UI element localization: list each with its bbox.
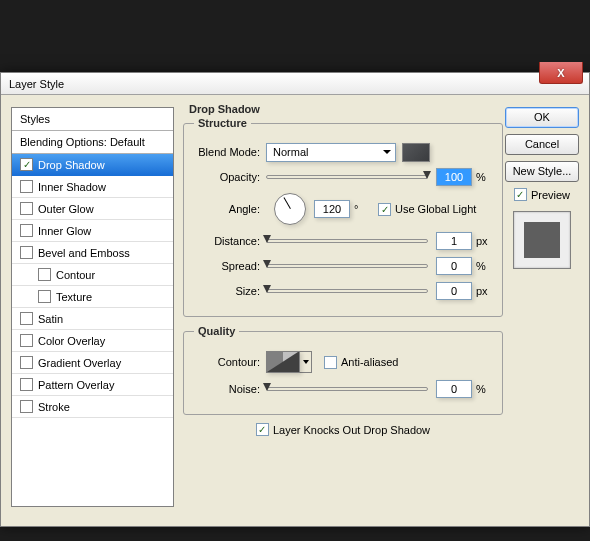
style-item-bevel-and-emboss[interactable]: Bevel and Emboss	[12, 242, 173, 264]
cancel-button[interactable]: Cancel	[505, 134, 579, 155]
opacity-label: Opacity:	[194, 171, 266, 183]
dialog-title: Layer Style	[9, 78, 64, 90]
style-item-satin[interactable]: Satin	[12, 308, 173, 330]
checkbox-icon[interactable]	[38, 268, 51, 281]
contour-dropdown-button[interactable]	[300, 351, 312, 373]
anti-aliased-checkbox[interactable]: Anti-aliased	[324, 356, 398, 369]
checkbox-icon: ✓	[378, 203, 391, 216]
titlebar[interactable]: Layer Style X	[1, 73, 589, 95]
size-unit: px	[472, 285, 492, 297]
noise-input[interactable]: 0	[436, 380, 472, 398]
blending-options-label: Blending Options: Default	[20, 136, 145, 148]
checkbox-icon[interactable]	[20, 180, 33, 193]
ok-button[interactable]: OK	[505, 107, 579, 128]
spread-input[interactable]: 0	[436, 257, 472, 275]
angle-row: Angle: 120 ° ✓ Use Global Light	[194, 192, 492, 226]
size-label: Size:	[194, 285, 266, 297]
angle-hand-icon	[284, 197, 291, 209]
checkbox-icon[interactable]	[20, 400, 33, 413]
angle-input[interactable]: 120	[314, 200, 350, 218]
style-item-label: Inner Shadow	[38, 181, 106, 193]
style-item-texture[interactable]: Texture	[12, 286, 173, 308]
layer-knocks-out-label: Layer Knocks Out Drop Shadow	[273, 424, 430, 436]
slider-thumb-icon	[263, 235, 271, 243]
checkbox-icon[interactable]	[20, 378, 33, 391]
style-item-outer-glow[interactable]: Outer Glow	[12, 198, 173, 220]
dialog-body: Styles Blending Options: Default ✓Drop S…	[1, 95, 589, 526]
structure-group: Structure Blend Mode: Normal Opacity: 10…	[183, 117, 503, 317]
checkbox-icon[interactable]: ✓	[20, 158, 33, 171]
angle-label: Angle:	[194, 203, 266, 215]
slider-thumb-icon	[263, 383, 271, 391]
cancel-label: Cancel	[525, 138, 559, 150]
panel-title: Drop Shadow	[189, 103, 503, 115]
preview-thumbnail	[524, 222, 560, 258]
size-input[interactable]: 0	[436, 282, 472, 300]
style-item-label: Drop Shadow	[38, 159, 105, 171]
use-global-light-label: Use Global Light	[395, 203, 476, 215]
contour-picker[interactable]	[266, 351, 300, 373]
styles-header[interactable]: Styles	[12, 108, 173, 131]
style-item-inner-glow[interactable]: Inner Glow	[12, 220, 173, 242]
noise-unit: %	[472, 383, 492, 395]
distance-row: Distance: 1 px	[194, 231, 492, 251]
opacity-input[interactable]: 100	[436, 168, 472, 186]
style-item-contour[interactable]: Contour	[12, 264, 173, 286]
checkbox-icon[interactable]	[20, 224, 33, 237]
blend-mode-row: Blend Mode: Normal	[194, 142, 492, 162]
preview-label: Preview	[531, 189, 570, 201]
slider-thumb-icon	[423, 171, 431, 179]
spread-row: Spread: 0 %	[194, 256, 492, 276]
layer-style-dialog: Layer Style X Styles Blending Options: D…	[0, 72, 590, 527]
new-style-button[interactable]: New Style...	[505, 161, 579, 182]
settings-panel: Drop Shadow Structure Blend Mode: Normal…	[183, 103, 503, 523]
blending-options-item[interactable]: Blending Options: Default	[12, 131, 173, 154]
spread-label: Spread:	[194, 260, 266, 272]
style-item-label: Color Overlay	[38, 335, 105, 347]
use-global-light-checkbox[interactable]: ✓ Use Global Light	[378, 203, 476, 216]
preview-checkbox[interactable]: ✓ Preview	[505, 188, 579, 201]
slider-thumb-icon	[263, 285, 271, 293]
style-item-color-overlay[interactable]: Color Overlay	[12, 330, 173, 352]
close-button[interactable]: X	[539, 62, 583, 84]
contour-label: Contour:	[194, 356, 266, 368]
spread-slider[interactable]	[266, 264, 428, 268]
quality-group: Quality Contour: Anti-aliased Noise:	[183, 325, 503, 415]
chevron-down-icon	[303, 360, 309, 364]
style-item-drop-shadow[interactable]: ✓Drop Shadow	[12, 154, 173, 176]
styles-header-label: Styles	[20, 113, 50, 125]
style-item-inner-shadow[interactable]: Inner Shadow	[12, 176, 173, 198]
noise-slider[interactable]	[266, 387, 428, 391]
new-style-label: New Style...	[513, 165, 572, 177]
style-item-label: Inner Glow	[38, 225, 91, 237]
shadow-color-swatch[interactable]	[402, 143, 430, 162]
opacity-slider[interactable]	[266, 175, 428, 179]
style-item-label: Stroke	[38, 401, 70, 413]
checkbox-icon: ✓	[514, 188, 527, 201]
checkbox-icon[interactable]	[38, 290, 51, 303]
blend-mode-dropdown[interactable]: Normal	[266, 143, 396, 162]
checkbox-icon[interactable]	[20, 202, 33, 215]
anti-aliased-label: Anti-aliased	[341, 356, 398, 368]
slider-thumb-icon	[263, 260, 271, 268]
style-item-pattern-overlay[interactable]: Pattern Overlay	[12, 374, 173, 396]
distance-input[interactable]: 1	[436, 232, 472, 250]
checkbox-icon[interactable]	[20, 356, 33, 369]
style-item-gradient-overlay[interactable]: Gradient Overlay	[12, 352, 173, 374]
style-item-label: Texture	[56, 291, 92, 303]
style-item-label: Outer Glow	[38, 203, 94, 215]
structure-legend: Structure	[194, 117, 251, 129]
size-slider[interactable]	[266, 289, 428, 293]
layer-knocks-out-checkbox[interactable]: ✓ Layer Knocks Out Drop Shadow	[256, 423, 430, 436]
spread-unit: %	[472, 260, 492, 272]
distance-label: Distance:	[194, 235, 266, 247]
style-item-label: Gradient Overlay	[38, 357, 121, 369]
checkbox-icon[interactable]	[20, 334, 33, 347]
distance-slider[interactable]	[266, 239, 428, 243]
right-column: OK Cancel New Style... ✓ Preview	[505, 107, 579, 269]
style-item-label: Contour	[56, 269, 95, 281]
checkbox-icon[interactable]	[20, 312, 33, 325]
checkbox-icon[interactable]	[20, 246, 33, 259]
angle-dial[interactable]	[274, 193, 306, 225]
style-item-stroke[interactable]: Stroke	[12, 396, 173, 418]
